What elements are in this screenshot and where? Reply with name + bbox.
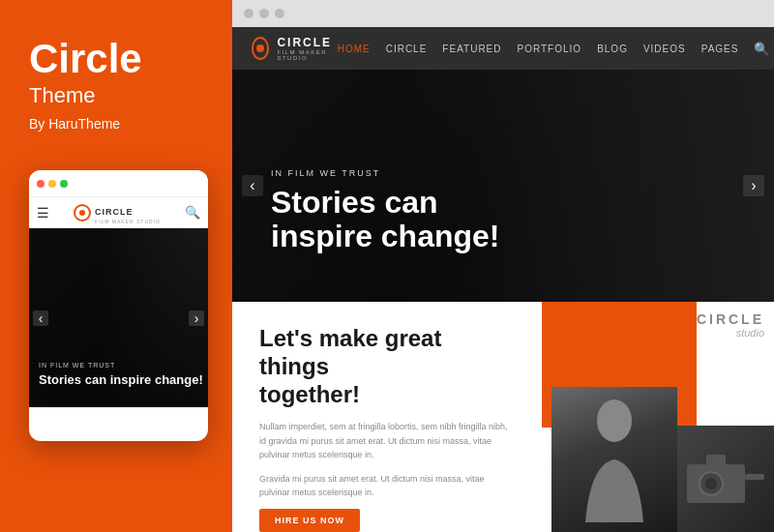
- desktop-text-2: Gravida mi purus sit amet erat. Ut dictu…: [259, 472, 515, 500]
- nav-link-videos[interactable]: VIDEOS: [643, 44, 686, 54]
- hire-us-button[interactable]: Hire Us Now: [259, 509, 360, 532]
- mobile-logo-sub: FILM MAKER STUDIO: [95, 219, 161, 224]
- desktop-logo-icon: [252, 37, 269, 60]
- nav-link-pages[interactable]: PAGES: [701, 44, 739, 54]
- brand-title: Circle: [29, 39, 142, 79]
- mobile-dot-green: [60, 180, 68, 188]
- left-panel: Circle Theme By HaruTheme ☰ CIRCLE FILM …: [0, 0, 232, 532]
- desktop-logo-title: CIRCLE: [277, 36, 337, 49]
- nav-link-portfolio[interactable]: PORTFOLIO: [518, 44, 582, 54]
- desktop-bottom-left: Let's make great things together! Nullam…: [232, 302, 542, 532]
- desktop-text-1: Nullam imperdiet, sem at fringilla lobor…: [259, 420, 515, 461]
- circle-studio-title: CIRCLE: [697, 311, 764, 327]
- mobile-logo-icon: [74, 204, 91, 222]
- mobile-dot-red: [37, 180, 45, 188]
- desktop-website: CIRCLE FILM MAKER STUDIO HOME CIRCLE FEA…: [232, 27, 774, 532]
- browser-chrome: [232, 0, 774, 27]
- mobile-next-button[interactable]: ›: [189, 310, 204, 326]
- person-photo-inner: [551, 387, 677, 532]
- svg-point-0: [597, 399, 632, 442]
- mobile-hero-tagline: IN FILM WE TRUST: [39, 362, 203, 369]
- desktop-nav-links: HOME CIRCLE FEATURED PORTFOLIO BLOG VIDE…: [338, 42, 770, 56]
- desktop-logo-sub: FILM MAKER STUDIO: [277, 49, 337, 61]
- desktop-logo: CIRCLE FILM MAKER STUDIO: [252, 36, 338, 61]
- browser-dot-3: [275, 9, 284, 18]
- desktop-hero-person: [476, 70, 774, 302]
- desktop-search-icon[interactable]: 🔍: [754, 42, 769, 56]
- circle-studio-text: CIRCLE studio: [697, 311, 764, 339]
- equipment-photo: [677, 426, 774, 532]
- mobile-logo-title: CIRCLE: [95, 207, 134, 217]
- brand-subtitle: Theme: [29, 83, 95, 108]
- nav-link-featured[interactable]: FEATURED: [442, 44, 501, 54]
- mobile-mockup: ☰ CIRCLE FILM MAKER STUDIO 🔍 IN FILM WE …: [29, 170, 208, 441]
- mobile-logo: CIRCLE FILM MAKER STUDIO: [74, 201, 161, 224]
- mobile-hero-title: Stories can inspire change!: [39, 372, 203, 388]
- nav-link-blog[interactable]: BLOG: [597, 44, 628, 54]
- desktop-hero-title: Stories can inspire change!: [271, 186, 500, 253]
- circle-studio-sub: studio: [697, 327, 764, 339]
- equipment-silhouette: [677, 426, 774, 532]
- hamburger-icon[interactable]: ☰: [37, 205, 49, 221]
- mobile-search-icon[interactable]: 🔍: [185, 205, 200, 220]
- mobile-traffic-lights: [37, 180, 68, 188]
- svg-point-4: [705, 478, 717, 489]
- desktop-bottom: Let's make great things together! Nullam…: [232, 302, 774, 532]
- nav-link-circle[interactable]: CIRCLE: [386, 44, 428, 54]
- desktop-logo-text: CIRCLE FILM MAKER STUDIO: [277, 36, 337, 61]
- mobile-hero-content: IN FILM WE TRUST Stories can inspire cha…: [39, 362, 203, 388]
- desktop-prev-button[interactable]: ‹: [242, 175, 263, 196]
- by-line: By HaruTheme: [29, 116, 120, 132]
- mobile-dot-yellow: [48, 180, 56, 188]
- browser-dot-2: [259, 9, 269, 18]
- person-silhouette: [576, 397, 653, 522]
- mobile-top-bar: [29, 170, 208, 197]
- desktop-hero: IN FILM WE TRUST Stories can inspire cha…: [232, 70, 774, 302]
- right-panel: CIRCLE FILM MAKER STUDIO HOME CIRCLE FEA…: [232, 0, 774, 532]
- browser-dot-1: [244, 9, 253, 18]
- desktop-hero-content: IN FILM WE TRUST Stories can inspire cha…: [271, 168, 500, 253]
- desktop-next-button[interactable]: ›: [743, 175, 764, 196]
- nav-link-home[interactable]: HOME: [338, 44, 371, 54]
- desktop-heading: Let's make great things together!: [259, 325, 515, 408]
- svg-rect-2: [706, 455, 726, 469]
- mobile-hero: IN FILM WE TRUST Stories can inspire cha…: [29, 228, 208, 407]
- mobile-nav: ☰ CIRCLE FILM MAKER STUDIO 🔍: [29, 197, 208, 228]
- mobile-prev-button[interactable]: ‹: [33, 310, 48, 326]
- svg-rect-5: [745, 474, 764, 480]
- desktop-nav: CIRCLE FILM MAKER STUDIO HOME CIRCLE FEA…: [232, 27, 774, 70]
- desktop-bottom-right: CIRCLE studio: [542, 302, 774, 532]
- person-photo: [551, 387, 677, 532]
- desktop-hero-tagline: IN FILM WE TRUST: [271, 168, 500, 178]
